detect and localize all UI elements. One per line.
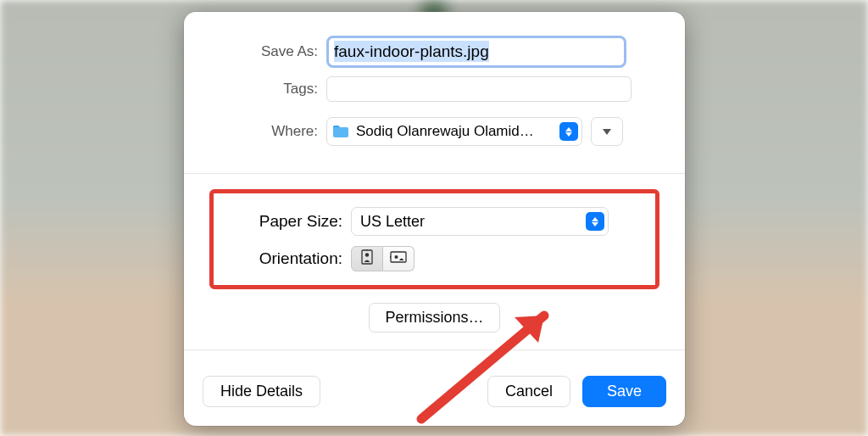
chevron-down-icon — [603, 129, 611, 135]
paper-size-value: US Letter — [360, 213, 425, 231]
landscape-icon — [390, 250, 407, 267]
save-as-field-wrap: faux-indoor-plants.jpg — [326, 36, 626, 68]
svg-point-1 — [365, 253, 369, 256]
tags-label: Tags: — [209, 81, 326, 98]
updown-arrows-icon — [586, 212, 604, 231]
where-label: Where: — [209, 123, 326, 140]
updown-arrows-icon — [559, 122, 578, 141]
file-section: Save As: faux-indoor-plants.jpg Tags: Wh… — [184, 12, 685, 173]
hide-details-button[interactable]: Hide Details — [203, 376, 320, 407]
save-as-input[interactable]: faux-indoor-plants.jpg — [329, 40, 624, 64]
cancel-button[interactable]: Cancel — [487, 376, 570, 407]
orientation-label: Orientation: — [231, 249, 351, 268]
save-dialog: Save As: faux-indoor-plants.jpg Tags: Wh… — [184, 12, 685, 426]
where-folder-popup[interactable]: Sodiq Olanrewaju Olamid… — [326, 117, 582, 146]
folder-icon — [332, 125, 349, 138]
tags-input[interactable] — [326, 76, 632, 102]
svg-point-3 — [395, 255, 398, 259]
portrait-icon — [360, 249, 374, 268]
orientation-portrait-button[interactable] — [351, 246, 383, 271]
paper-settings-highlight: Paper Size: US Letter Orientation: — [209, 189, 659, 289]
where-folder-text: Sodiq Olanrewaju Olamid… — [356, 123, 576, 140]
orientation-landscape-button[interactable] — [383, 246, 415, 271]
save-as-label: Save As: — [209, 43, 326, 60]
expand-dialog-button[interactable] — [591, 117, 623, 146]
paper-size-label: Paper Size: — [231, 212, 351, 231]
save-button[interactable]: Save — [582, 376, 666, 407]
paper-size-popup[interactable]: US Letter — [351, 207, 609, 236]
permissions-button[interactable]: Permissions… — [369, 303, 499, 333]
svg-rect-2 — [391, 252, 406, 262]
